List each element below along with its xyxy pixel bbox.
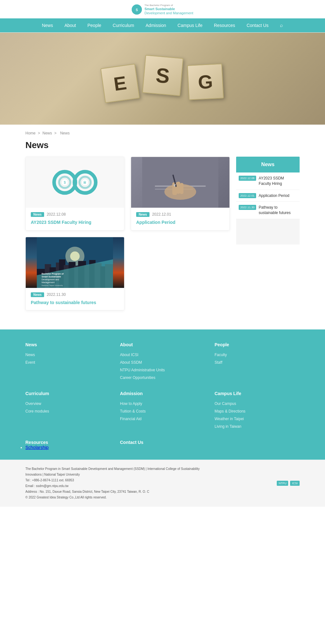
sidebar-date-1: 2022.12.08 <box>239 176 256 181</box>
breadcrumb-news2: News <box>60 131 70 135</box>
footer-link-how-to-apply[interactable]: How to Apply <box>120 401 142 406</box>
site-footer: News News Event About About ICSI About S… <box>0 329 325 460</box>
footer-col-people: People Faculty Staff <box>215 342 300 381</box>
footer-heading-curriculum: Curriculum <box>25 391 110 396</box>
news-sidebar: News 2022.12.08 AY2023 SSDM Faculty Hiri… <box>236 157 300 310</box>
footer-col-about: About About ICSI About SSDM NTPU Adminis… <box>120 342 205 381</box>
footer-link-career[interactable]: Career Opportunities <box>120 375 155 380</box>
footer-link-news[interactable]: News <box>25 353 35 357</box>
site-logo[interactable]: S The Bachelor Program of Smart Sustaina… <box>0 4 325 15</box>
nav-item-admission[interactable]: Admission <box>140 18 172 32</box>
logo-line2: Smart Sustainable <box>144 7 193 11</box>
svg-text:🏛: 🏛 <box>83 181 87 184</box>
breadcrumb-area: Home > News > News <box>0 125 325 139</box>
svg-text:National Taipei University: National Taipei University <box>42 284 63 286</box>
nav-item-about[interactable]: About <box>59 18 82 32</box>
footer-col-contact: Contact Us <box>120 440 205 450</box>
footer-heading-campus: Campus Life <box>215 391 300 396</box>
footer-link-scholarship[interactable]: Scholarship <box>25 445 49 450</box>
footer-link-about-ssdm[interactable]: About SSDM <box>120 360 142 365</box>
nav-item-contact[interactable]: Contact Us <box>241 18 274 32</box>
breadcrumb-sep2: > <box>54 131 56 135</box>
footer-link-about-icsi[interactable]: About ICSI <box>120 353 138 357</box>
footer-link-ntpu-admin[interactable]: NTPU Administrative Units <box>120 368 165 372</box>
footer-heading-admission: Admission <box>120 391 205 396</box>
footer-link-our-campus[interactable]: Our Campus <box>215 401 236 406</box>
copyright-line3: Tel : +886-2-8674-1111 ext. 66953 <box>25 478 200 483</box>
footer-link-weather[interactable]: Weather in Taipei <box>215 417 244 421</box>
news-card-3[interactable]: Bachelor Program of Smart Sustainable De… <box>25 237 124 311</box>
breadcrumb-news1[interactable]: News <box>43 131 52 135</box>
main-nav: News About People Curriculum Admission C… <box>0 18 325 32</box>
svg-text:Smart Sustainable: Smart Sustainable <box>42 276 61 278</box>
news-date-3: 2022.11.30 <box>47 292 66 297</box>
ntpu-badge[interactable]: NTPU <box>277 481 289 486</box>
footer-link-living[interactable]: Living in Taiwan <box>215 424 242 429</box>
footer-grid-row1: News News Event About About ICSI About S… <box>25 342 300 381</box>
footer-link-core-modules[interactable]: Core modules <box>25 409 49 413</box>
sidebar-item-1[interactable]: 2022.12.08 AY2023 SSDM Faculty Hiring <box>236 172 300 190</box>
copyright-line6: © 2022 Greatest Idea Strategy Co.,Ltd Al… <box>25 495 200 500</box>
breadcrumb: Home > News > News <box>25 131 300 135</box>
svg-text:Bachelor Program of: Bachelor Program of <box>42 273 64 275</box>
svg-rect-17 <box>176 182 180 194</box>
footer-link-overview[interactable]: Overview <box>25 401 41 406</box>
footer-link-maps[interactable]: Maps & Directions <box>215 409 245 413</box>
footer-col-campus: Campus Life Our Campus Maps & Directions… <box>215 391 300 430</box>
footer-link-staff[interactable]: Staff <box>215 360 222 365</box>
nav-item-campus-life[interactable]: Campus Life <box>172 18 208 32</box>
news-tag-row-3: News 2022.11.30 <box>31 292 119 297</box>
breadcrumb-home[interactable]: Home <box>25 131 36 135</box>
breadcrumb-sep1: > <box>38 131 40 135</box>
footer-link-financial-aid[interactable]: Financial Aid <box>120 417 142 421</box>
copyright-text: The Bachelor Program in Smart Sustainabl… <box>25 466 200 500</box>
sidebar-item-2[interactable]: 2022.12.01 Application Period <box>236 190 300 202</box>
news-card-1[interactable]: $ 🏛 News 2022.12.08 <box>25 157 124 231</box>
footer-link-event[interactable]: Event <box>25 360 35 365</box>
svg-text:S: S <box>136 8 138 12</box>
footer-heading-resources: Resources <box>25 440 110 445</box>
hero-banner: E S G <box>0 33 325 125</box>
nav-item-curriculum[interactable]: Curriculum <box>107 18 140 32</box>
footer-heading-contact: Contact Us <box>120 440 205 445</box>
copyright-area: The Bachelor Program in Smart Sustainabl… <box>0 460 325 507</box>
svg-rect-18 <box>180 183 183 194</box>
sidebar-date-3: 2022.11.30 <box>239 205 256 210</box>
search-icon[interactable]: ⌕ <box>274 18 289 32</box>
news-card-body-3: News 2022.11.30 Pathway to sustainable f… <box>26 288 124 310</box>
svg-point-23 <box>70 251 80 261</box>
copyright-line5: Address : No. 151, Daxue Road, Sansia Di… <box>25 489 200 495</box>
svg-rect-12 <box>142 157 218 208</box>
svg-rect-16 <box>172 182 177 195</box>
footer-col-news: News News Event <box>25 342 110 381</box>
site-header: S The Bachelor Program of Smart Sustaina… <box>0 0 325 33</box>
card-image-city: Bachelor Program of Smart Sustainable De… <box>26 237 124 288</box>
news-tag-2: News <box>136 212 149 217</box>
logo-line3: Development and Management <box>144 11 193 15</box>
copyright-line2: Innovations | National Taipei University <box>25 472 200 478</box>
footer-heading-about: About <box>120 342 205 347</box>
footer-heading-people: People <box>215 342 300 347</box>
news-card-2[interactable]: News 2022.12.01 Application Period <box>131 157 230 231</box>
news-grid: $ 🏛 News 2022.12.08 <box>25 157 230 310</box>
sidebar-placeholder <box>236 219 300 244</box>
news-tag-row-2: News 2022.12.01 <box>136 212 224 217</box>
footer-link-tuition[interactable]: Tuition & Costs <box>120 409 146 413</box>
news-card-body-2: News 2022.12.01 Application Period <box>131 208 229 230</box>
sidebar-item-3[interactable]: 2022.11.30 Pathway to sustainable future… <box>236 202 300 219</box>
footer-col-resources: Resources Scholarship <box>25 440 110 450</box>
nav-item-people[interactable]: People <box>82 18 107 32</box>
news-date-2: 2022.12.01 <box>152 212 171 217</box>
nav-item-news[interactable]: News <box>36 18 59 32</box>
page-title-area: News <box>0 139 325 157</box>
news-tag-3: News <box>31 292 44 297</box>
footer-link-faculty[interactable]: Faculty <box>215 353 227 357</box>
footer-bottom-links: Resources Scholarship Contact Us <box>25 440 300 459</box>
nav-item-resources[interactable]: Resources <box>208 18 241 32</box>
esg-cube-g: G <box>187 63 224 100</box>
news-card-body-1: News 2022.12.08 AY2023 SSDM Faculty Hiri… <box>26 208 124 230</box>
news-card-title-3: Pathway to sustainable futures <box>31 300 119 306</box>
footer-heading-news: News <box>25 342 110 347</box>
icsi-badge[interactable]: ICSI <box>290 481 300 486</box>
news-tag-1: News <box>31 212 44 217</box>
